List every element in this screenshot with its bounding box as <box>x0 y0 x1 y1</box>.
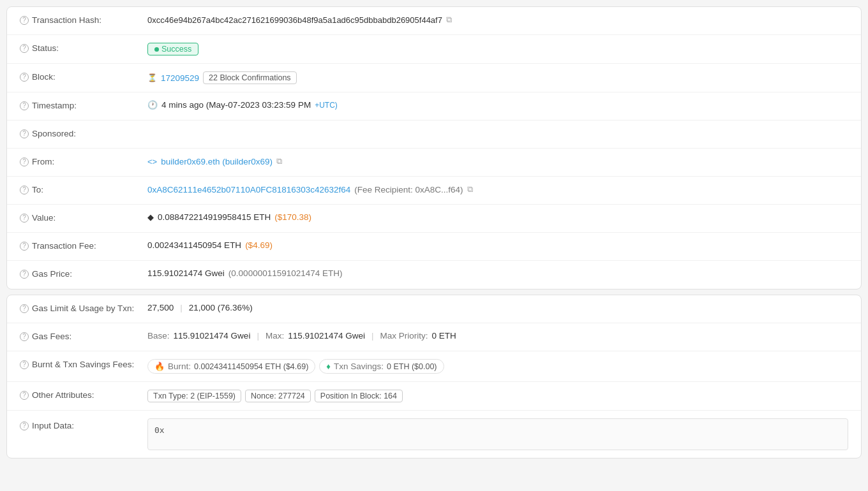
position-badge: Position In Block: 164 <box>315 390 403 402</box>
gas-limit-value: 27,500 | 21,000 (76.36%) <box>147 303 848 312</box>
code-icon-from: <> <box>147 157 157 166</box>
max-label: Max: <box>266 331 284 341</box>
nonce-badge: Nonce: 277724 <box>245 390 311 402</box>
timestamp-label: ? Timestamp: <box>20 100 147 110</box>
other-attributes-row: ? Other Attributes: Txn Type: 2 (EIP-155… <box>7 382 861 411</box>
value-amount: ◆ 0.088472214919958415 ETH ($170.38) <box>147 212 848 222</box>
block-label: ? Block: <box>20 71 147 82</box>
help-icon-gas-fees[interactable]: ? <box>20 332 29 341</box>
max-priority-label: Max Priority: <box>380 331 428 341</box>
savings-label: Txn Savings: <box>334 362 384 371</box>
copy-to-icon[interactable]: ⧉ <box>467 184 473 194</box>
input-data-box: 0x <box>147 418 848 450</box>
fee-eth: 0.00243411450954 ETH <box>147 240 241 250</box>
burnt-savings-value: 🔥 Burnt: 0.00243411450954 ETH ($4.69) ♦ … <box>147 359 848 374</box>
to-address-link[interactable]: 0xA8C62111e4652b07110A0FC81816303c42632f… <box>147 185 350 194</box>
input-data-row: ? Input Data: 0x <box>7 411 861 458</box>
gas-limit-amount: 27,500 <box>147 303 174 312</box>
help-icon-fee[interactable]: ? <box>20 242 29 251</box>
sponsored-label: ? Sponsored: <box>20 128 147 138</box>
help-icon-timestamp[interactable]: ? <box>20 101 29 110</box>
value-label: ? Value: <box>20 212 147 223</box>
timestamp-value: 🕐 4 mins ago (May-07-2023 03:23:59 PM +U… <box>147 100 848 110</box>
value-row: ? Value: ◆ 0.088472214919958415 ETH ($17… <box>7 205 861 233</box>
transaction-fee-row: ? Transaction Fee: 0.00243411450954 ETH … <box>7 233 861 261</box>
block-number-link[interactable]: 17209529 <box>161 73 199 83</box>
gas-limit-row: ? Gas Limit & Usage by Txn: 27,500 | 21,… <box>7 295 861 323</box>
from-address-link[interactable]: builder0x69.eth (builder0x69) <box>161 157 273 166</box>
gas-fees-label: ? Gas Fees: <box>20 331 147 341</box>
copy-hash-icon[interactable]: ⧉ <box>446 15 452 25</box>
to-row: ? To: 0xA8C62111e4652b07110A0FC81816303c… <box>7 177 861 205</box>
status-value: Success <box>147 43 848 55</box>
gas-fees-row: ? Gas Fees: Base: 115.91021474 Gwei | Ma… <box>7 323 861 351</box>
block-value: ⏳ 17209529 22 Block Confirmations <box>147 71 848 84</box>
max-gwei: 115.91021474 Gwei <box>288 331 365 341</box>
max-priority-value: 0 ETH <box>432 331 456 341</box>
from-label: ? From: <box>20 156 147 166</box>
timestamp-text: 4 mins ago (May-07-2023 03:23:59 PM <box>161 100 311 110</box>
fee-usd: ($4.69) <box>245 240 273 250</box>
base-label: Base: <box>147 331 170 341</box>
pipe-2: | <box>371 331 374 341</box>
to-label: ? To: <box>20 184 147 194</box>
transaction-fee-value: 0.00243411450954 ETH ($4.69) <box>147 240 848 250</box>
hash-text: 0xcc46e94b267a4bc42ac271621699036b48f9a5… <box>147 15 442 25</box>
status-badge: Success <box>147 43 198 55</box>
burnt-value: 0.00243411450954 ETH ($4.69) <box>194 362 308 371</box>
burnt-savings-label: ? Burnt & Txn Savings Fees: <box>20 359 147 369</box>
txn-type-badge: Txn Type: 2 (EIP-1559) <box>147 390 241 402</box>
transaction-hash-row: ? Transaction Hash: 0xcc46e94b267a4bc42a… <box>7 7 861 35</box>
fee-recipient-text: (Fee Recipient: 0xA8C...f64) <box>354 185 463 194</box>
eth-icon-value: ◆ <box>147 212 154 222</box>
block-row: ? Block: ⏳ 17209529 22 Block Confirmatio… <box>7 64 861 92</box>
status-label: ? Status: <box>20 43 147 53</box>
burnt-badge: 🔥 Burnt: 0.00243411450954 ETH ($4.69) <box>147 359 315 374</box>
value-eth: 0.088472214919958415 ETH <box>158 212 271 222</box>
input-data-value: 0x <box>147 418 848 450</box>
help-icon-input[interactable]: ? <box>20 421 29 430</box>
gas-price-gwei: 115.91021474 Gwei <box>147 268 225 278</box>
txn-savings-badge: ♦ Txn Savings: 0 ETH ($0.00) <box>319 359 444 374</box>
clock-icon: 🕐 <box>147 100 158 110</box>
gas-price-value: 115.91021474 Gwei (0.00000011591021474 E… <box>147 268 848 278</box>
value-usd: ($170.38) <box>274 212 311 222</box>
help-icon-status[interactable]: ? <box>20 44 29 53</box>
copy-from-icon[interactable]: ⧉ <box>276 156 282 166</box>
fire-icon: 🔥 <box>154 362 165 371</box>
timestamp-row: ? Timestamp: 🕐 4 mins ago (May-07-2023 0… <box>7 92 861 121</box>
gas-usage-amount: 21,000 (76.36%) <box>189 303 253 312</box>
status-row: ? Status: Success <box>7 35 861 64</box>
gas-price-eth: (0.00000011591021474 ETH) <box>228 268 343 278</box>
to-value: 0xA8C62111e4652b07110A0FC81816303c42632f… <box>147 184 848 194</box>
gas-limit-label: ? Gas Limit & Usage by Txn: <box>20 303 147 313</box>
help-icon-gas-limit[interactable]: ? <box>20 304 29 313</box>
help-icon-from[interactable]: ? <box>20 158 29 166</box>
other-attributes-label: ? Other Attributes: <box>20 390 147 400</box>
help-icon-hash[interactable]: ? <box>20 16 29 25</box>
help-icon-value[interactable]: ? <box>20 214 29 223</box>
help-icon-to[interactable]: ? <box>20 186 29 194</box>
success-dot <box>154 47 159 52</box>
savings-value: 0 ETH ($0.00) <box>387 362 437 371</box>
help-icon-gas-price[interactable]: ? <box>20 270 29 279</box>
block-confirmations-badge: 22 Block Confirmations <box>203 71 297 84</box>
pipe-1: | <box>257 331 259 341</box>
base-gwei: 115.91021474 Gwei <box>174 331 251 341</box>
help-icon-burnt[interactable]: ? <box>20 360 29 369</box>
gas-price-label: ? Gas Price: <box>20 268 147 279</box>
input-data-label: ? Input Data: <box>20 418 147 430</box>
help-icon-sponsored[interactable]: ? <box>20 129 29 138</box>
transaction-hash-value: 0xcc46e94b267a4bc42ac271621699036b48f9a5… <box>147 15 848 25</box>
help-icon-attributes[interactable]: ? <box>20 391 29 400</box>
transaction-fee-label: ? Transaction Fee: <box>20 240 147 251</box>
hourglass-icon: ⏳ <box>147 73 157 82</box>
gas-fees-value: Base: 115.91021474 Gwei | Max: 115.91021… <box>147 331 848 341</box>
burnt-savings-row: ? Burnt & Txn Savings Fees: 🔥 Burnt: 0.0… <box>7 351 861 382</box>
burnt-label: Burnt: <box>168 362 191 371</box>
from-row: ? From: <> builder0x69.eth (builder0x69)… <box>7 149 861 177</box>
help-icon-block[interactable]: ? <box>20 73 29 82</box>
from-value: <> builder0x69.eth (builder0x69) ⧉ <box>147 156 848 166</box>
sponsored-row: ? Sponsored: <box>7 121 861 149</box>
utc-badge: +UTC) <box>315 101 338 110</box>
